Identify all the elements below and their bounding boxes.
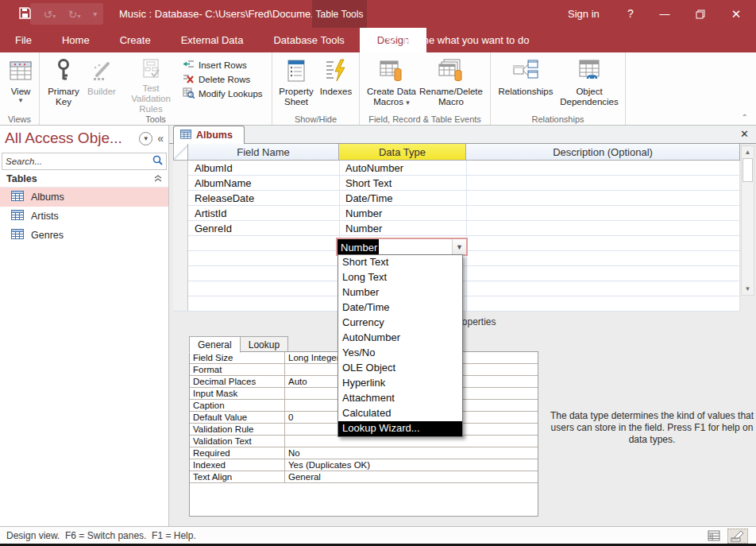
sign-in-button[interactable]: Sign in (560, 0, 608, 28)
delete-rows-button[interactable]: Delete Rows (183, 73, 263, 85)
restore-button[interactable] (683, 0, 718, 28)
field-name-cell[interactable]: AlbumName (188, 176, 339, 190)
document-tab-albums[interactable]: Albums (173, 126, 245, 144)
dropdown-item[interactable]: AutoNumber (338, 331, 462, 346)
field-name-cell[interactable]: GenreId (188, 221, 339, 235)
dropdown-item[interactable]: Long Text (338, 270, 462, 285)
dropdown-item[interactable]: Date/Time (338, 300, 462, 316)
customize-qat-icon[interactable]: ▾ (93, 10, 97, 18)
insert-rows-button[interactable]: Insert Rows (183, 59, 263, 71)
field-row[interactable]: AlbumId AutoNumber (173, 161, 740, 176)
dropdown-item[interactable]: Attachment (338, 391, 462, 406)
object-dependencies-button[interactable]: Object Dependencies (557, 54, 621, 114)
datasheet-view-button[interactable] (704, 529, 724, 544)
view-button[interactable]: View ▾ (3, 54, 38, 114)
property-label: Validation Text (190, 436, 285, 447)
dropdown-item[interactable]: Hyperlink (338, 376, 462, 391)
property-tab[interactable]: Lookup (240, 336, 288, 353)
field-name-cell[interactable]: AlbumId (188, 161, 339, 175)
nav-table-item[interactable]: Artists (0, 207, 168, 226)
data-type-cell[interactable]: Short Text (339, 176, 466, 190)
indexes-button[interactable]: Indexes (317, 54, 355, 114)
description-cell[interactable] (466, 191, 740, 205)
collapse-section-icon[interactable] (154, 173, 162, 184)
field-row[interactable]: ReleaseDate Date/Time (173, 191, 740, 206)
redo-icon[interactable]: ↻▾ (68, 8, 81, 21)
combo-dropdown-icon[interactable]: ▼ (452, 239, 466, 254)
ribbon-tab[interactable]: Create (105, 28, 166, 52)
tables-section-header[interactable]: Tables (0, 170, 168, 188)
property-row[interactable]: Required No (190, 447, 538, 459)
data-type-cell[interactable]: AutoNumber (339, 161, 466, 175)
property-label: Indexed (190, 459, 285, 470)
modify-lookups-button[interactable]: Modify Lookups (183, 87, 263, 100)
data-type-cell[interactable]: Number (339, 221, 466, 235)
ribbon-tab[interactable]: Home (47, 28, 105, 52)
scrollbar-thumb[interactable] (742, 158, 753, 182)
help-text: The data type determines the kind of val… (541, 410, 756, 446)
property-row[interactable]: Indexed Yes (Duplicates OK) (190, 459, 538, 471)
relationships-button[interactable]: Relationships (494, 54, 557, 114)
dropdown-item[interactable]: Lookup Wizard... (338, 421, 462, 436)
search-icon[interactable] (152, 155, 163, 168)
field-row[interactable]: GenreId Number (173, 221, 740, 236)
create-data-macros-button[interactable]: Create Data Macros ▾ (363, 54, 420, 114)
description-cell[interactable] (466, 161, 740, 175)
shutter-close-icon[interactable]: « (157, 132, 164, 145)
property-tab[interactable]: General (189, 336, 241, 353)
dropdown-item[interactable]: OLE Object (338, 361, 462, 376)
property-row[interactable]: Text Align General (190, 471, 538, 483)
table-icon (11, 229, 24, 242)
combo-selected-value: Number (338, 239, 379, 254)
dropdown-item[interactable]: Currency (338, 316, 462, 331)
property-label: Validation Rule (190, 424, 285, 435)
ribbon-tab[interactable]: File (0, 28, 47, 52)
property-sheet-button[interactable]: Property Sheet (276, 54, 317, 114)
property-value[interactable]: No (285, 447, 538, 459)
nav-table-item[interactable]: Genres (0, 226, 168, 245)
status-bar: Design view. F6 = Switch panes. F1 = Hel… (0, 526, 756, 544)
property-value[interactable] (285, 436, 538, 447)
close-document-icon[interactable]: ✕ (740, 128, 749, 140)
design-view-button[interactable] (727, 529, 748, 544)
data-type-cell[interactable]: Date/Time (339, 191, 466, 205)
save-icon[interactable] (19, 7, 31, 21)
dropdown-item[interactable]: Number (338, 285, 462, 300)
description-cell[interactable] (466, 176, 740, 190)
close-button[interactable]: ✕ (719, 0, 754, 28)
data-type-dropdown: Short Text Long Text Number Date/Time Cu… (338, 254, 463, 437)
scroll-down-icon[interactable]: ▼ (742, 283, 753, 295)
property-value[interactable]: General (285, 471, 538, 482)
description-cell[interactable] (466, 206, 740, 220)
vertical-scrollbar[interactable]: ▲ ▼ (741, 145, 754, 296)
dropdown-item[interactable]: Calculated (338, 406, 462, 421)
dropdown-item[interactable]: Yes/No (338, 346, 462, 361)
property-value[interactable]: Yes (Duplicates OK) (285, 459, 538, 470)
data-type-combo[interactable]: Number ▼ (336, 238, 468, 256)
description-cell[interactable] (466, 221, 740, 235)
scroll-up-icon[interactable]: ▲ (742, 146, 753, 158)
ribbon-tab[interactable]: Database Tools (258, 28, 359, 52)
search-input[interactable]: Search... (2, 153, 167, 170)
data-type-cell[interactable]: Number (339, 206, 466, 220)
dropdown-item[interactable]: Short Text (338, 255, 462, 270)
ribbon-group-views: View ▾ Views (0, 52, 40, 125)
property-row[interactable]: Validation Text (190, 436, 538, 447)
nav-table-item[interactable]: Albums (0, 188, 168, 207)
group-label-relationships: Relationships (491, 114, 625, 124)
field-row[interactable]: AlbumName Short Text (173, 176, 740, 191)
field-row[interactable]: ArtistId Number (173, 206, 740, 221)
search-placeholder: Search... (6, 157, 152, 166)
relationships-icon (512, 57, 539, 84)
collapse-ribbon-icon[interactable]: ⌃ (742, 113, 748, 122)
minimize-button[interactable]: — (647, 0, 682, 28)
primary-key-button[interactable]: Primary Key (43, 54, 84, 114)
field-name-cell[interactable]: ArtistId (188, 206, 339, 220)
help-icon[interactable]: ? (619, 0, 642, 28)
ribbon-tab[interactable]: External Data (166, 28, 259, 52)
nav-menu-icon[interactable]: ▼ (139, 132, 152, 145)
tell-me-box[interactable]: Tell me what you want to do (373, 28, 529, 52)
field-name-cell[interactable]: ReleaseDate (188, 191, 339, 205)
undo-icon[interactable]: ↺▾ (43, 8, 56, 21)
rename-delete-macro-button[interactable]: Rename/Delete Macro (420, 54, 482, 114)
